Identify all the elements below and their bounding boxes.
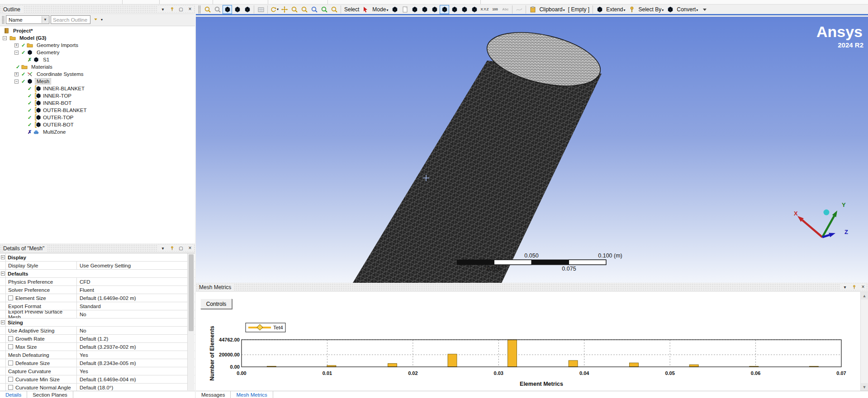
tree-item-inner-blanket[interactable]: ✓INNER-BLANKET xyxy=(26,85,195,92)
collapse-icon[interactable]: − xyxy=(1,320,5,324)
details-field-value[interactable]: Fluent xyxy=(77,286,195,294)
details-pin-icon[interactable] xyxy=(169,245,175,251)
details-field-value[interactable]: Standard xyxy=(77,302,195,310)
section-plane-icon[interactable] xyxy=(256,5,266,14)
outline-toolbar-handle[interactable] xyxy=(2,16,5,24)
details-field-value[interactable]: Use Geometry Setting xyxy=(77,262,195,269)
select-face-icon[interactable] xyxy=(430,5,439,14)
details-row-mesh-defeaturing[interactable]: Mesh DefeaturingYes xyxy=(0,351,195,359)
expand-all-icon[interactable] xyxy=(92,16,100,23)
details-field-value[interactable]: No xyxy=(77,310,195,318)
details-row-capture-curvature[interactable]: Capture CurvatureYes xyxy=(0,367,195,375)
details-field-value[interactable]: Yes xyxy=(77,367,195,375)
tree-item-outer-blanket[interactable]: ✓OUTER-BLANKET xyxy=(26,107,195,114)
select-by-icon[interactable] xyxy=(627,5,637,14)
tab-details[interactable]: Details xyxy=(0,391,27,398)
collapse-icon[interactable]: − xyxy=(1,272,5,276)
details-field-value[interactable]: Default (1.6469e-004 m) xyxy=(77,375,195,383)
checkbox-curvature-normal-angle[interactable] xyxy=(8,385,13,390)
convert-icon[interactable] xyxy=(665,5,675,14)
shaded-exterior-icon[interactable] xyxy=(223,5,232,14)
combo-arrow-icon[interactable]: ▼ xyxy=(42,16,48,23)
zoom-undo-icon[interactable] xyxy=(203,5,212,14)
details-row-physics-preference[interactable]: Physics PreferenceCFD xyxy=(0,278,195,286)
details-row-export-preview-surface-mesh[interactable]: Export Preview Surface MeshNo xyxy=(0,310,195,318)
checkbox-defeature-size[interactable] xyxy=(8,361,13,365)
details-row-display-style[interactable]: Display StyleUse Geometry Setting xyxy=(0,262,195,270)
tree-item-mesh[interactable]: −✓Mesh xyxy=(14,78,195,85)
mesh-metrics-scrollbar[interactable]: ▲ ▼ xyxy=(860,292,868,391)
details-row-export-format[interactable]: Export FormatStandard xyxy=(0,302,195,310)
zoom-in-icon[interactable] xyxy=(289,5,299,14)
select-vertex-icon[interactable] xyxy=(410,5,419,14)
wireframe-icon[interactable] xyxy=(232,5,242,14)
details-row-curvature-min-size[interactable]: Curvature Min SizeDefault (1.6469e-004 m… xyxy=(0,375,195,384)
select-cursor-icon[interactable] xyxy=(361,5,370,14)
search-outline-input[interactable] xyxy=(51,15,90,24)
toolbar-drag-handle[interactable] xyxy=(198,5,201,14)
extend-icon[interactable] xyxy=(595,5,604,14)
select-face-elements-icon[interactable] xyxy=(460,5,469,14)
details-field-value[interactable]: Default (1.6469e-002 m) xyxy=(77,294,195,302)
scroll-down-icon[interactable]: ▼ xyxy=(861,383,868,391)
details-row-element-size[interactable]: Element SizeDefault (1.6469e-002 m) xyxy=(0,294,195,302)
magnifier-icon[interactable] xyxy=(329,5,339,14)
mesh-metrics-pin-icon[interactable] xyxy=(851,284,857,290)
pan-icon[interactable] xyxy=(280,5,289,14)
label-pick-icon[interactable]: Abc xyxy=(500,7,510,11)
tree-item-project[interactable]: Project* xyxy=(3,27,195,34)
tab-section-planes[interactable]: Section Planes xyxy=(27,391,73,398)
details-row-growth-rate[interactable]: Growth RateDefault (1.2) xyxy=(0,335,195,343)
tab-mesh-metrics[interactable]: Mesh Metrics xyxy=(231,391,273,398)
mode-dropdown[interactable]: Mode▾ xyxy=(371,6,389,13)
tree-item-outer-top[interactable]: ✓OUTER-TOP xyxy=(26,114,195,121)
tree-item-inner-bot[interactable]: ✓INNER-BOT xyxy=(26,99,195,107)
details-row-solver-preference[interactable]: Solver PreferenceFluent xyxy=(0,286,195,294)
graphics-viewport[interactable]: 0.050 0.100 (m) 0.025 0.075 X xyxy=(196,17,868,283)
details-row-use-adaptive-sizing[interactable]: Use Adaptive SizingNo xyxy=(0,327,195,335)
tree-item-geometry[interactable]: −✓Geometry xyxy=(14,49,195,56)
box-zoom-icon[interactable] xyxy=(299,5,309,14)
tree-item-geometry-imports[interactable]: +✓Geometry Imports xyxy=(14,42,195,49)
zoom-fit-icon[interactable] xyxy=(309,5,319,14)
select-edge-icon[interactable] xyxy=(420,5,429,14)
details-scrollbar[interactable] xyxy=(187,253,194,390)
checkbox-element-size[interactable] xyxy=(8,295,13,300)
select-body-icon[interactable] xyxy=(440,5,449,14)
mesh-metrics-menu-icon[interactable]: ▾ xyxy=(842,284,848,290)
collapse-icon[interactable]: − xyxy=(14,51,19,55)
tree-item-inner-top[interactable]: ✓INNER-TOP xyxy=(26,92,195,99)
tree-item-s1[interactable]: ✗S1 xyxy=(26,56,195,63)
details-field-value[interactable]: No xyxy=(77,327,195,334)
tree-item-model-g3[interactable]: −Model (G3) xyxy=(3,34,195,42)
collapse-icon[interactable]: − xyxy=(1,255,5,259)
clipboard-empty-label[interactable]: [ Empty ] xyxy=(567,6,591,13)
tab-messages[interactable]: Messages xyxy=(196,391,231,398)
select-by-dropdown[interactable]: Select By▾ xyxy=(637,6,665,13)
details-field-value[interactable]: CFD xyxy=(77,278,195,286)
toolbar-overflow-icon[interactable] xyxy=(700,5,709,14)
checkbox-curvature-min-size[interactable] xyxy=(8,377,13,382)
tree-item-outer-bot[interactable]: ✓OUTER-BOT xyxy=(26,121,195,128)
details-menu-icon[interactable]: ▾ xyxy=(160,245,166,251)
tree-item-coordinate-systems[interactable]: +✓Coordinate Systems xyxy=(14,70,195,78)
zoom-all-icon[interactable] xyxy=(319,5,329,14)
details-row-defaults[interactable]: −Defaults xyxy=(0,270,195,278)
details-field-value[interactable]: Default (18.0°) xyxy=(77,384,195,391)
details-maximize-icon[interactable]: ▢ xyxy=(178,245,184,251)
details-field-value[interactable]: Default (1.2) xyxy=(77,335,195,342)
extend-dropdown[interactable]: Extend▾ xyxy=(605,6,626,13)
select-elements-icon[interactable] xyxy=(470,5,479,14)
checkbox-max-size[interactable] xyxy=(8,344,13,349)
rotate-icon[interactable]: ▾ xyxy=(270,5,279,14)
select-label[interactable]: Select xyxy=(343,6,360,13)
select-box-icon[interactable] xyxy=(400,5,409,14)
outline-pin-icon[interactable] xyxy=(169,6,175,12)
select-single-icon[interactable] xyxy=(390,5,399,14)
outline-maximize-icon[interactable]: ▢ xyxy=(178,6,184,12)
zoom-redo-icon[interactable] xyxy=(213,5,222,14)
details-field-value[interactable]: Yes xyxy=(77,351,195,359)
outline-toolbar-overflow-icon[interactable]: ▾ xyxy=(101,18,103,22)
collapse-icon[interactable]: − xyxy=(3,36,7,40)
filter-name-combo[interactable]: Name ▼ xyxy=(6,15,49,24)
